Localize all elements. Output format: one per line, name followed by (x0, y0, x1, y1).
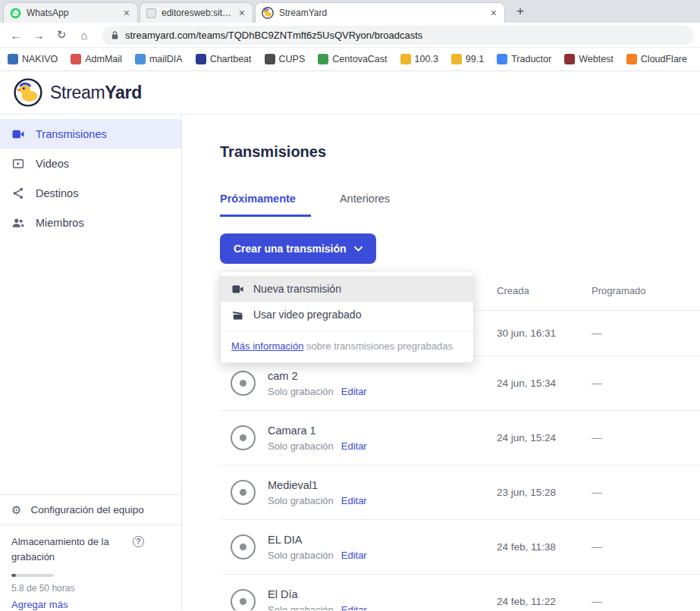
bookmark-cups[interactable]: CUPS (265, 54, 306, 64)
table-row[interactable]: EL DIA Solo grabaciónEditar 24 feb, 11:3… (220, 520, 700, 575)
edit-link[interactable]: Editar (341, 550, 367, 561)
address-bar[interactable]: streamyard.com/teams/TQDhBC9ZNTmft6z5UsQ… (102, 26, 694, 45)
column-header-scheduled: Programado (592, 285, 700, 296)
created-cell: 30 jun, 16:31 (497, 327, 592, 339)
tab-title: WhatsApp (27, 8, 117, 18)
prerecorded-info: Más información sobre transmisiones preg… (221, 331, 473, 362)
back-icon[interactable]: ← (6, 29, 26, 42)
broadcast-title: EL DIA (268, 534, 367, 546)
page-title: Transmisiones (220, 143, 700, 161)
bookmark-favicon (451, 54, 462, 64)
table-row[interactable]: cam 2 Solo grabaciónEditar 24 jun, 15:34… (220, 356, 700, 411)
storage-progress-bar (11, 574, 54, 577)
help-icon[interactable]: ? (133, 536, 144, 547)
table-row[interactable]: Camara 1 Solo grabaciónEditar 24 jun, 15… (220, 411, 700, 465)
browser-tab-strip: WhatsApp × editoresweb:sitioweb:eldia.co… (0, 0, 700, 23)
sidebar-item-destinos[interactable]: Destinos (0, 178, 181, 208)
reload-icon[interactable]: ↻ (52, 28, 71, 42)
broadcast-mode: Solo grabación (268, 495, 334, 506)
bookmark-100-3[interactable]: 100.3 (400, 54, 438, 64)
bookmark-webtest[interactable]: Webtest (564, 54, 614, 64)
lock-icon (111, 30, 119, 40)
record-icon (231, 534, 256, 559)
bookmark-favicon (564, 54, 575, 64)
created-cell: 23 jun, 15:28 (497, 487, 592, 498)
scheduled-cell: — (592, 487, 700, 498)
tab-anteriores[interactable]: Anteriores (340, 193, 390, 217)
streamyard-duck-icon (262, 7, 274, 19)
broadcast-title: cam 2 (268, 370, 367, 382)
edit-link[interactable]: Editar (341, 440, 367, 452)
sidebar: Transmisiones Videos Destinos Miembros ⚙… (0, 114, 182, 610)
bookmark-favicon (497, 54, 507, 64)
bookmark-nakivo[interactable]: NAKIVO (8, 54, 58, 64)
menu-item-nueva-transmision[interactable]: Nueva transmisión (221, 276, 473, 302)
streamyard-logo-icon[interactable] (14, 78, 42, 107)
column-header-created: Creada (497, 285, 592, 296)
bookmark-admmail[interactable]: AdmMail (71, 54, 122, 64)
tab-title: editoresweb:sitioweb:eldia.co (162, 8, 232, 18)
sidebar-bottom: ⚙ Configuración del equipo Almacenamient… (0, 494, 181, 610)
bookmark-traductor[interactable]: Traductor (497, 54, 551, 64)
sidebar-item-transmisiones[interactable]: Transmisiones (0, 119, 181, 149)
streamyard-wordmark[interactable]: StreamYard (50, 83, 142, 103)
tab-proximamente[interactable]: Próximamente (220, 193, 311, 217)
bookmarks-bar: NAKIVO AdmMail mailDIA Chartbeat CUPS Ce… (0, 48, 700, 71)
broadcast-mode: Solo grabación (268, 604, 334, 611)
broadcast-camera-icon (11, 127, 25, 141)
record-icon (231, 589, 256, 610)
add-more-link[interactable]: Agregar más (11, 599, 67, 610)
main-content: Transmisiones Próximamente Anteriores Cr… (182, 114, 700, 610)
url-text: streamyard.com/teams/TQDhBC9ZNTmft6z5UsQ… (125, 30, 422, 41)
team-settings-button[interactable]: ⚙ Configuración del equipo (0, 494, 181, 525)
edit-link[interactable]: Editar (341, 495, 367, 506)
tab-streamyard[interactable]: StreamYard × (255, 2, 505, 23)
bookmark-centovacast[interactable]: CentovaCast (318, 54, 387, 64)
scheduled-cell: — (592, 541, 700, 553)
bookmark-favicon (196, 54, 206, 64)
close-icon[interactable]: × (489, 7, 498, 19)
close-icon[interactable]: × (237, 7, 246, 19)
broadcast-tabs: Próximamente Anteriores (220, 193, 700, 217)
scheduled-cell: — (592, 378, 700, 389)
tab-whatsapp[interactable]: WhatsApp × (3, 2, 138, 23)
broadcast-mode: Solo grabación (268, 386, 334, 397)
created-cell: 24 feb, 11:22 (497, 596, 592, 607)
menu-item-video-pregrabado[interactable]: Usar video pregrabado (221, 302, 473, 327)
table-row[interactable]: El Día Solo grabaciónEditar 24 feb, 11:2… (220, 575, 700, 610)
storage-usage: 5.8 de 50 horas (11, 583, 169, 594)
bookmark-99-1[interactable]: 99.1 (451, 54, 484, 64)
sidebar-item-miembros[interactable]: Miembros (0, 208, 181, 237)
whatsapp-icon (10, 8, 21, 19)
tab-editoresweb[interactable]: editoresweb:sitioweb:eldia.co × (140, 2, 253, 23)
camera-icon (231, 283, 244, 296)
bookmark-chartbeat[interactable]: Chartbeat (196, 54, 252, 64)
broadcast-title: El Día (268, 588, 367, 600)
broadcast-mode: Solo grabación (268, 440, 334, 452)
edit-link[interactable]: Editar (341, 386, 367, 397)
table-row[interactable]: Medieval1 Solo grabaciónEditar 23 jun, 1… (220, 465, 700, 520)
home-icon[interactable]: ⌂ (74, 29, 94, 42)
browser-toolbar: ← → ↻ ⌂ streamyard.com/teams/TQDhBC9ZNTm… (0, 23, 700, 48)
forward-icon[interactable]: → (29, 29, 49, 42)
create-broadcast-menu: Nueva transmisión Usar video pregrabado … (220, 271, 474, 363)
close-icon[interactable]: × (122, 7, 131, 19)
record-icon (231, 480, 256, 505)
create-broadcast-button[interactable]: Crear una transmisión (220, 233, 376, 264)
share-icon (11, 186, 25, 200)
gear-icon: ⚙ (11, 503, 21, 517)
record-icon (231, 425, 256, 450)
page-icon (146, 8, 156, 18)
members-icon (11, 216, 25, 230)
bookmark-maildia[interactable]: mailDIA (135, 54, 183, 64)
edit-link[interactable]: Editar (341, 604, 367, 611)
chevron-down-icon (354, 246, 363, 252)
storage-label: Almacenamiento de la grabación (11, 534, 127, 564)
sidebar-item-videos[interactable]: Videos (0, 149, 181, 178)
bookmark-cloudflare[interactable]: CloudFlare (626, 54, 687, 64)
new-tab-button[interactable]: + (507, 4, 534, 19)
more-info-link[interactable]: Más información (231, 340, 303, 352)
tab-title: StreamYard (279, 8, 484, 18)
clapperboard-icon (231, 309, 244, 321)
bookmark-favicon (318, 54, 328, 64)
